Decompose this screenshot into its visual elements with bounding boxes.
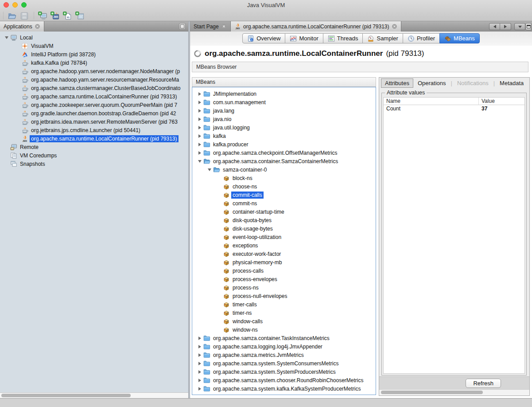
- mbeans-tree-item[interactable]: kafka.producer: [192, 140, 376, 149]
- mbeans-tree-item[interactable]: window-calls: [192, 317, 376, 325]
- attribute-row[interactable]: Count37: [384, 105, 524, 113]
- refresh-button[interactable]: Refresh: [466, 379, 501, 388]
- tab-local-container-runner[interactable]: JMX org.apache.samza.runtime.LocalContai…: [231, 21, 401, 31]
- scrollbar-thumb[interactable]: [381, 391, 483, 394]
- load-snapshot-button[interactable]: [6, 11, 18, 21]
- mbeans-tree-item[interactable]: org.apache.samza.logging.log4j.JmxAppend…: [192, 342, 376, 351]
- mbeans-tree-item[interactable]: commit-ns: [192, 199, 376, 207]
- mbeans-tree-item[interactable]: process-envelopes: [192, 275, 376, 283]
- tree-expander-icon[interactable]: [196, 98, 203, 106]
- scroll-tabs-right-button[interactable]: [500, 23, 511, 30]
- maximize-view-button[interactable]: [525, 23, 532, 30]
- tree-expander-icon[interactable]: [196, 115, 203, 123]
- add-snapshot-button[interactable]: [74, 11, 86, 21]
- tree-expander-icon[interactable]: [196, 385, 203, 392]
- scroll-tabs-left-button[interactable]: [489, 23, 500, 30]
- tree-expander-icon[interactable]: [196, 90, 203, 98]
- tree-expander-icon[interactable]: [196, 343, 203, 350]
- application-tree-item[interactable]: VM Coredumps: [0, 151, 188, 160]
- view-tab-monitor[interactable]: Monitor: [285, 33, 323, 43]
- mbeans-tree-item[interactable]: org.apache.samza.checkpoint.OffsetManage…: [192, 149, 376, 157]
- mbeans-tree-item[interactable]: process-null-envelopes: [192, 292, 376, 300]
- application-tree-item[interactable]: Local: [0, 33, 188, 42]
- tree-expander-icon[interactable]: [206, 166, 213, 173]
- mbeans-tree-item[interactable]: org.apache.samza.system.kafka.KafkaSyste…: [192, 384, 376, 393]
- mbeans-tree-item[interactable]: commit-calls: [192, 191, 376, 199]
- tree-expander-icon[interactable]: [196, 360, 203, 367]
- applications-horizontal-scrollbar[interactable]: [0, 392, 188, 398]
- tree-expander-icon[interactable]: [196, 132, 203, 140]
- mbeans-tree-item[interactable]: process-ns: [192, 283, 376, 292]
- add-jmx-connection-button[interactable]: JMX: [49, 11, 61, 21]
- application-tree-item[interactable]: org.gradle.launcher.daemon.bootstrap.Gra…: [0, 109, 188, 117]
- tab-list-button[interactable]: [514, 23, 525, 30]
- mbeans-tree-item[interactable]: choose-ns: [192, 182, 376, 191]
- tree-expander-icon[interactable]: [196, 124, 203, 131]
- mbeans-tree-item[interactable]: samza-container-0: [192, 165, 376, 174]
- application-tree-item[interactable]: org.apache.hadoop.yarn.server.resourcema…: [0, 75, 188, 84]
- close-icon[interactable]: [221, 23, 227, 29]
- view-tab-threads[interactable]: Threads: [323, 33, 363, 43]
- mbeans-tree-item[interactable]: physical-memory-mb: [192, 258, 376, 266]
- close-icon[interactable]: [392, 23, 397, 29]
- application-tree-item[interactable]: JMXorg.apache.samza.runtime.LocalContain…: [0, 134, 188, 143]
- application-tree-item[interactable]: org.jetbrains.jps.cmdline.Launcher (pid …: [0, 126, 188, 134]
- application-tree-item[interactable]: org.apache.samza.clustermanager.ClusterB…: [0, 84, 188, 92]
- application-tree-item[interactable]: VisualVM: [0, 42, 188, 50]
- view-tab-profiler[interactable]: Profiler: [403, 33, 440, 43]
- mbeans-tree-item[interactable]: java.nio: [192, 115, 376, 123]
- tree-expander-icon[interactable]: [3, 34, 10, 41]
- mbeans-tree-item[interactable]: window-ns: [192, 325, 376, 334]
- scrollbar-thumb[interactable]: [1, 394, 131, 397]
- mbeans-tree-item[interactable]: org.apache.samza.container.TaskInstanceM…: [192, 334, 376, 342]
- view-tab-mbeans[interactable]: MBeans: [439, 33, 480, 43]
- tree-expander-icon[interactable]: [196, 149, 203, 157]
- view-tab-overview[interactable]: iOverview: [242, 33, 285, 43]
- application-tree-item[interactable]: org.apache.zookeeper.server.quorum.Quoru…: [0, 101, 188, 109]
- view-tab-sampler[interactable]: Sampler: [362, 33, 403, 43]
- add-remote-host-button[interactable]: [36, 11, 49, 21]
- add-vm-coredump-button[interactable]: 01: [61, 11, 74, 21]
- mbeans-tree-item[interactable]: com.sun.management: [192, 98, 376, 106]
- application-tree-item[interactable]: Snapshots: [0, 160, 188, 168]
- mbeans-tree-item[interactable]: event-loop-utilization: [192, 233, 376, 241]
- application-tree-item[interactable]: org.apache.hadoop.yarn.server.nodemanage…: [0, 67, 188, 75]
- mbeans-tree-item[interactable]: container-startup-time: [192, 207, 376, 216]
- close-icon[interactable]: [35, 23, 40, 29]
- tree-expander-icon[interactable]: [196, 141, 203, 148]
- mbeans-tree-item[interactable]: block-ns: [192, 174, 376, 182]
- application-tree-item[interactable]: org.jetbrains.idea.maven.server.RemoteMa…: [0, 117, 188, 126]
- application-tree-item[interactable]: kafka.Kafka (pid 78784): [0, 59, 188, 67]
- mbeans-tree-item[interactable]: timer-ns: [192, 309, 376, 317]
- tree-expander-icon[interactable]: [196, 351, 203, 359]
- mbeans-tree-item[interactable]: org.apache.samza.system.SystemConsumersM…: [192, 359, 376, 368]
- mbeans-tree-item[interactable]: exceptions: [192, 241, 376, 250]
- details-tab-attributes[interactable]: Attributes: [381, 78, 413, 88]
- tree-expander-icon[interactable]: [196, 107, 203, 114]
- mbeans-tree-item[interactable]: java.util.logging: [192, 123, 376, 132]
- mbeans-tree-item[interactable]: org.apache.samza.system.chooser.RoundRob…: [192, 376, 376, 384]
- mbeans-tree-item[interactable]: process-calls: [192, 266, 376, 275]
- mbeans-tree-item[interactable]: disk-quota-bytes: [192, 216, 376, 224]
- tree-expander-icon[interactable]: [196, 368, 203, 376]
- application-tree-item[interactable]: org.apache.samza.runtime.LocalContainerR…: [0, 92, 188, 101]
- tab-applications[interactable]: Applications: [0, 21, 44, 31]
- tree-expander-icon[interactable]: [196, 376, 203, 384]
- mbeans-tree-item[interactable]: disk-usage-bytes: [192, 224, 376, 233]
- tree-expander-icon[interactable]: [196, 334, 203, 342]
- mbeans-tree-item[interactable]: org.apache.samza.metrics.JvmMetrics: [192, 351, 376, 359]
- details-horizontal-scrollbar[interactable]: [379, 389, 529, 395]
- details-tab-metadata[interactable]: Metadata: [496, 79, 527, 87]
- application-tree-item[interactable]: Remote: [0, 143, 188, 151]
- mbeans-tree-item[interactable]: kafka: [192, 132, 376, 140]
- application-tree-item[interactable]: BIntelliJ Platform (pid 38728): [0, 50, 188, 59]
- details-tab-operations[interactable]: Operations: [414, 79, 450, 87]
- mbeans-tree-item[interactable]: org.apache.samza.container.SamzaContaine…: [192, 157, 376, 165]
- mbeans-tree-item[interactable]: org.apache.samza.system.SystemProducersM…: [192, 368, 376, 376]
- minimize-panel-button[interactable]: [179, 23, 186, 30]
- tree-expander-icon[interactable]: [196, 157, 203, 165]
- mbeans-tree-item[interactable]: java.lang: [192, 106, 376, 115]
- tab-start-page[interactable]: Start Page: [190, 21, 231, 31]
- mbeans-tree-item[interactable]: JMImplementation: [192, 90, 376, 98]
- mbeans-tree-item[interactable]: executor-work-factor: [192, 250, 376, 258]
